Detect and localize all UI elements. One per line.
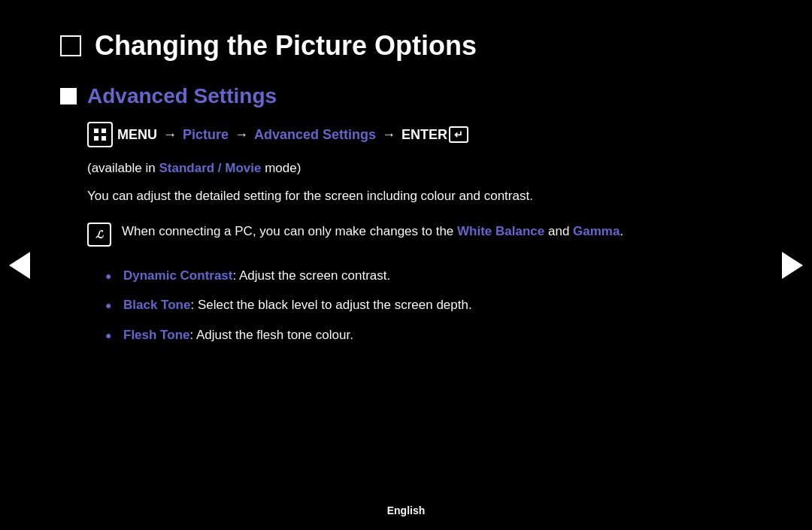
available-suffix: mode): [261, 161, 301, 175]
bullet-list: Dynamic Contrast: Adjust the screen cont…: [105, 266, 677, 345]
svg-rect-2: [94, 136, 98, 141]
note-highlight2: Gamma: [573, 224, 620, 238]
filled-square-icon: [60, 88, 77, 104]
footer-language: English: [387, 504, 426, 516]
available-highlight: Standard / Movie: [159, 161, 261, 175]
note-middle: and: [544, 224, 573, 238]
page-title-row: Changing the Picture Options: [60, 30, 677, 62]
bullet-text-1: Adjust the screen contrast.: [236, 268, 390, 283]
bullet-text-3: Adjust the flesh tone colour.: [193, 328, 353, 342]
nav-right-arrow[interactable]: [782, 252, 803, 279]
arrow1: →: [163, 127, 177, 143]
svg-rect-1: [102, 129, 106, 133]
description: You can adjust the detailed setting for …: [87, 186, 677, 206]
available-prefix: (available in: [87, 161, 159, 175]
note-highlight1: White Balance: [457, 224, 544, 238]
arrow3: →: [382, 127, 395, 143]
bullet-text-2: Select the black level to adjust the scr…: [194, 298, 472, 312]
list-item: Dynamic Contrast: Adjust the screen cont…: [105, 266, 677, 286]
nav-left-arrow[interactable]: [9, 252, 30, 279]
checkbox-icon: [60, 35, 81, 56]
list-item: Black Tone: Select the black level to ad…: [105, 295, 677, 315]
note-suffix: .: [620, 224, 623, 238]
svg-rect-3: [102, 136, 106, 141]
enter-label: ENTER↵: [401, 126, 468, 143]
list-item: Flesh Tone: Adjust the flesh tone colour…: [105, 326, 677, 345]
section-header-row: Advanced Settings: [60, 84, 677, 108]
bullet-label-1: Dynamic Contrast: [123, 268, 232, 283]
enter-box: ↵: [449, 126, 468, 143]
page-title: Changing the Picture Options: [95, 30, 477, 62]
menu-advanced-settings: Advanced Settings: [254, 127, 376, 143]
note-prefix: When connecting a PC, you can only make …: [122, 224, 457, 238]
note-icon: ℒ: [87, 223, 111, 247]
arrow2: →: [235, 127, 248, 143]
available-row: (available in Standard / Movie mode): [87, 161, 677, 176]
menu-icon: [87, 122, 113, 147]
svg-rect-0: [94, 129, 98, 133]
menu-picture: Picture: [183, 127, 229, 143]
menu-path-row: MENU → Picture → Advanced Settings → ENT…: [87, 122, 677, 147]
note-row: ℒ When connecting a PC, you can only mak…: [87, 221, 677, 247]
note-text: When connecting a PC, you can only make …: [122, 221, 623, 241]
section-title: Advanced Settings: [87, 84, 277, 108]
menu-label: MENU: [117, 127, 157, 143]
bullet-label-3: Flesh Tone: [123, 328, 189, 342]
bullet-label-2: Black Tone: [123, 298, 190, 312]
